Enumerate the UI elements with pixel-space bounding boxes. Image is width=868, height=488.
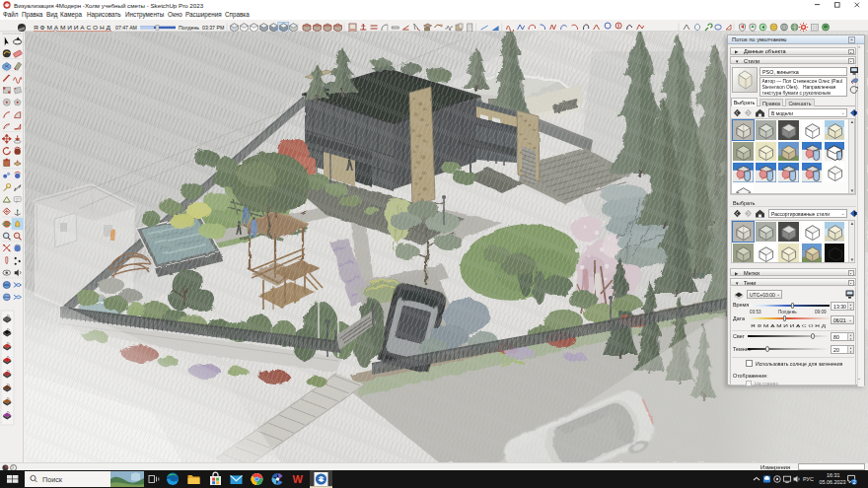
svg-text:РУС: РУС [803, 476, 814, 482]
svg-text:05.06.2023: 05.06.2023 [820, 479, 846, 485]
svg-text:Полдень: Полдень [179, 25, 199, 31]
svg-text:Я Ф М А М И И А С О Н Д: Я Ф М А М И И А С О Н Д [751, 323, 826, 328]
svg-text:Поиск: Поиск [42, 475, 63, 484]
svg-text:Я Ф М А М И И А С О Н Д: Я Ф М А М И И А С О Н Д [34, 25, 110, 31]
svg-text:i: i [13, 464, 14, 470]
svg-text:03:37 PM: 03:37 PM [202, 25, 224, 31]
svg-text:2: 2 [853, 479, 856, 485]
svg-text:16:31: 16:31 [827, 472, 840, 478]
svg-text:07:47 AM: 07:47 AM [115, 25, 137, 31]
svg-text:W: W [293, 473, 304, 485]
